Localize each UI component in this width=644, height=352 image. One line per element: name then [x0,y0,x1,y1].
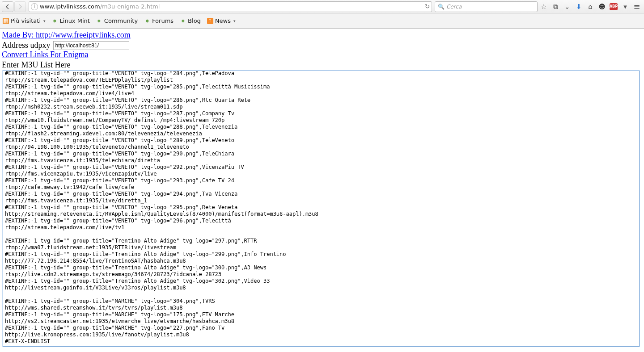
made-by-link[interactable]: Made By: http://www.freeiptvlinks.com [2,30,131,39]
mint-icon: ⎈ [52,18,58,24]
url-bar[interactable]: i www.iptvlinksss.com/m3u-enigma-2.html … [29,1,432,12]
forward-arrow-icon [17,4,23,9]
chevron-down-icon[interactable]: ▾ [620,1,631,12]
back-arrow-icon [5,4,10,9]
bookmark-label: Linux Mint [60,17,90,24]
address-input[interactable] [53,41,129,50]
page-content: Made By: http://www.freeiptvlinks.com Ad… [0,29,644,352]
bookmark-most-visited[interactable]: ▦ Più visitati ▾ [3,17,46,24]
m3u-list-label: Enter M3U List Here [2,60,642,70]
chat-icon[interactable]: ☻ [597,1,607,12]
bookmark-news[interactable]: ⎍ News ▾ [207,17,236,24]
abp-icon[interactable]: ABP [608,1,619,12]
bookmark-forums[interactable]: ⎈ Forums [144,17,174,24]
chevron-down-icon: ▾ [233,19,236,23]
pocket-icon[interactable]: ⌄ [562,1,572,12]
url-host: www.iptvlinksss.com [40,3,100,10]
bookmark-label: Blog [188,17,201,24]
search-box[interactable]: 🔍 Cerca [435,1,538,12]
bookmark-linux-mint[interactable]: ⎈ Linux Mint [52,17,90,24]
bookmark-label: Forums [152,17,174,24]
m3u-textarea[interactable] [3,71,640,347]
bookmark-blog[interactable]: ⎈ Blog [180,17,201,24]
chevron-down-icon: ▾ [43,19,46,23]
search-placeholder: Cerca [446,4,462,10]
search-engine-icon: 🔍 [438,4,445,10]
address-label: Address udpxy [2,41,51,50]
bookmark-label: Più visitati [11,17,41,24]
home-icon[interactable]: ⌂ [585,1,596,12]
downloads-icon[interactable]: ⬇ [573,1,584,12]
site-info-icon[interactable]: i [31,3,38,10]
forward-button[interactable] [14,1,26,12]
mint-icon: ⎈ [96,18,102,24]
url-text: www.iptvlinksss.com/m3u-enigma-2.html [40,3,423,10]
rss-icon: ⎍ [207,18,213,24]
back-button[interactable] [2,1,13,12]
bookmark-label: News [215,17,231,24]
mint-icon: ⎈ [180,18,186,24]
bookmarks-toolbar: ▦ Più visitati ▾ ⎈ Linux Mint ⎈ Communit… [0,13,644,29]
bookmark-star-icon[interactable]: ☆ [538,1,549,12]
convert-links-link[interactable]: Convert Links For Enigma [2,50,88,59]
url-path: /m3u-enigma-2.html [100,3,160,10]
menu-icon[interactable]: ≡ [631,1,642,12]
bookmark-label: Community [104,17,138,24]
browser-toolbar: i www.iptvlinksss.com/m3u-enigma-2.html … [0,0,644,13]
bookmark-community[interactable]: ⎈ Community [96,17,138,24]
reading-list-icon[interactable]: ⧉ [550,1,561,12]
folder-icon: ▦ [3,18,9,24]
mint-icon: ⎈ [144,18,150,24]
reload-icon[interactable]: ↻ [425,3,430,10]
